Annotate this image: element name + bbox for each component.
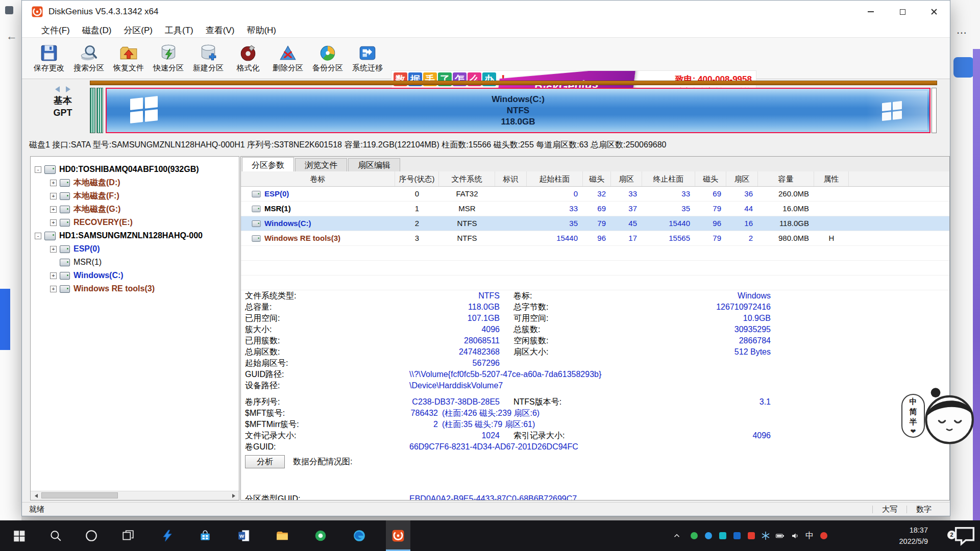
expand-toggle-icon[interactable]: - <box>35 166 41 173</box>
expand-toggle-icon[interactable]: - <box>35 233 41 239</box>
taskbar-app-diskgenius[interactable] <box>386 520 410 551</box>
tray-icon-green[interactable] <box>687 520 701 551</box>
taskbar-app-store[interactable] <box>193 520 217 551</box>
tray-expand-button[interactable] <box>670 520 684 551</box>
tree-item[interactable]: + Windows(C:) <box>31 269 239 282</box>
taskbar-app-lightning[interactable] <box>155 520 180 551</box>
quick-partition-button[interactable]: 快速分区 <box>149 39 188 77</box>
menu-item[interactable]: 帮助(H) <box>240 24 282 36</box>
taskbar-app-edge[interactable] <box>347 520 372 551</box>
ime-indicator[interactable]: 中 <box>802 520 817 551</box>
save-icon <box>39 43 59 63</box>
save-changes-button[interactable]: 保存更改 <box>29 39 69 77</box>
tray-icon-teal[interactable] <box>716 520 730 551</box>
table-row[interactable]: Windows RE tools(3) 3 NTFS 15440 96 17 1… <box>241 231 949 246</box>
column-header[interactable]: 文件系统 <box>439 171 495 186</box>
delete-partition-button[interactable]: 删除分区 <box>268 39 308 77</box>
column-header[interactable]: 卷标 <box>241 171 395 186</box>
scrollbar-thumb[interactable] <box>41 492 118 498</box>
analyze-button[interactable]: 分析 <box>245 455 285 468</box>
tab[interactable]: 扇区编辑 <box>348 158 400 171</box>
prev-disk-icon[interactable] <box>52 86 60 92</box>
partition-segment-windows-c[interactable]: Windows(C:) NTFS 118.0GB <box>106 88 930 133</box>
column-header[interactable]: 序号(状态) <box>395 171 439 186</box>
ime-status-widget[interactable]: 中 简 半 ❤ <box>901 386 975 446</box>
tab[interactable]: 浏览文件 <box>295 158 347 171</box>
allocation-map-label: 数据分配情况图: <box>293 455 352 468</box>
taskbar-clock[interactable]: 18:37 2022/5/9 <box>846 524 928 547</box>
expand-toggle-icon[interactable]: + <box>50 180 57 186</box>
system-migration-button[interactable]: 系统迁移 <box>348 39 387 77</box>
column-header[interactable]: 属性 <box>814 171 849 186</box>
tree-item[interactable]: - HD0:TOSHIBAMQ04ABF100(932GB) <box>31 163 239 176</box>
new-partition-button[interactable]: 新建分区 <box>188 39 228 77</box>
ime-char: 中 <box>910 397 917 407</box>
expand-toggle-icon[interactable]: + <box>50 206 57 213</box>
scroll-left-icon[interactable] <box>31 491 39 500</box>
tree-item[interactable]: MSR(1) <box>31 256 239 269</box>
column-header[interactable]: 容量 <box>758 171 814 186</box>
next-disk-icon[interactable] <box>66 86 74 92</box>
task-view-button[interactable] <box>116 520 140 551</box>
scrollbar-track[interactable] <box>39 491 230 500</box>
format-icon <box>238 43 258 63</box>
tray-icon-bluesquare[interactable] <box>730 520 744 551</box>
start-button[interactable] <box>7 520 31 551</box>
menu-item[interactable]: 磁盘(D) <box>76 24 118 36</box>
column-header[interactable]: 磁头 <box>695 171 726 186</box>
search-partition-button[interactable]: 搜索分区 <box>69 39 109 77</box>
expand-toggle-icon[interactable]: + <box>50 272 57 279</box>
column-header[interactable]: 起始柱面 <box>527 171 583 186</box>
tray-battery[interactable] <box>773 520 787 551</box>
expand-toggle-icon[interactable]: + <box>50 246 57 253</box>
menu-item[interactable]: 工具(T) <box>159 24 200 36</box>
partition-segment-msr[interactable] <box>96 88 103 133</box>
recover-files-button[interactable]: 恢复文件 <box>109 39 149 77</box>
taskbar-app-word[interactable]: W <box>232 520 256 551</box>
expand-toggle-icon[interactable]: + <box>50 193 57 199</box>
backup-partition-button[interactable]: 备份分区 <box>308 39 348 77</box>
column-header[interactable]: 终止柱面 <box>642 171 695 186</box>
table-row[interactable]: Windows(C:) 2 NTFS 35 79 45 15440 96 16 … <box>241 216 949 231</box>
taskbar-app-explorer[interactable] <box>270 520 295 551</box>
taskbar-app-browser-green[interactable] <box>308 520 333 551</box>
index-cell: 3 <box>395 231 439 245</box>
tray-icon-blue[interactable] <box>701 520 716 551</box>
end-sector-cell: 2 <box>726 231 758 245</box>
tray-icon-snowflake[interactable] <box>758 520 773 551</box>
tree-item[interactable]: + ESP(0) <box>31 242 239 256</box>
tree-item[interactable]: + 本地磁盘(F:) <box>31 189 239 203</box>
menu-item[interactable]: 查看(V) <box>200 24 241 36</box>
tree-item[interactable]: + 本地磁盘(G:) <box>31 203 239 216</box>
tray-icon-red2[interactable] <box>817 520 831 551</box>
tree-item[interactable]: + 本地磁盘(D:) <box>31 176 239 189</box>
windows-start-icon <box>12 529 26 542</box>
tree-item[interactable]: - HD1:SAMSUNGMZNLN128HAHQ-000 <box>31 229 239 242</box>
maximize-button[interactable] <box>887 1 918 23</box>
partition-segment-esp[interactable] <box>90 88 95 133</box>
tray-icon-red[interactable] <box>744 520 758 551</box>
table-row[interactable]: MSR(1) 1 MSR 33 69 37 35 79 44 16.0MB <box>241 202 949 216</box>
minimize-button[interactable] <box>855 1 887 23</box>
scroll-right-icon[interactable] <box>230 491 239 500</box>
tree-item[interactable]: + RECOVERY(E:) <box>31 216 239 229</box>
tree-item[interactable]: + Windows RE tools(3) <box>31 282 239 295</box>
expand-toggle-icon[interactable]: + <box>50 286 57 292</box>
expand-toggle-icon[interactable]: + <box>50 219 57 226</box>
table-row[interactable]: ESP(0) 0 FAT32 0 32 33 33 69 36 260.0MB <box>241 187 949 202</box>
format-button[interactable]: 格式化 <box>228 39 268 77</box>
column-header[interactable]: 扇区 <box>726 171 758 186</box>
column-header[interactable]: 扇区 <box>611 171 642 186</box>
tray-volume[interactable] <box>788 520 802 551</box>
column-header[interactable]: 标识 <box>495 171 527 186</box>
partition-segment-re-tools[interactable] <box>932 88 937 133</box>
menu-item[interactable]: 分区(P) <box>117 24 159 36</box>
tab[interactable]: 分区参数 <box>242 157 294 172</box>
cortana-button[interactable] <box>79 520 104 551</box>
column-header[interactable]: 磁头 <box>583 171 611 186</box>
close-button[interactable] <box>918 1 950 23</box>
index-cell: 0 <box>395 187 439 201</box>
tree-horizontal-scrollbar[interactable] <box>31 491 239 500</box>
taskbar-search-button[interactable] <box>43 520 68 551</box>
menu-item[interactable]: 文件(F) <box>35 24 76 36</box>
